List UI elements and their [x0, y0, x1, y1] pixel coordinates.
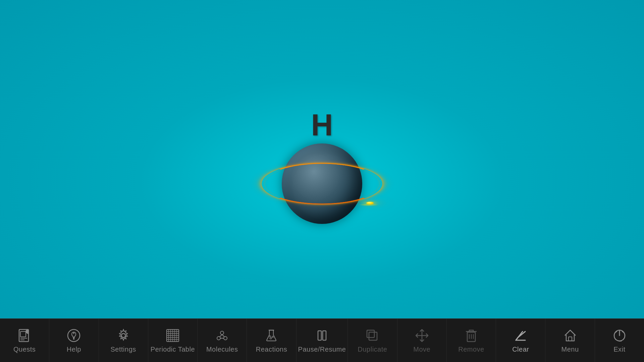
- svg-rect-36: [367, 330, 374, 338]
- clear-icon: [513, 327, 529, 344]
- toolbar-item-remove[interactable]: Remove: [447, 319, 496, 362]
- svg-text:Q: Q: [26, 330, 28, 334]
- svg-rect-35: [369, 332, 377, 340]
- help-icon: [66, 327, 82, 344]
- toolbar-item-reactions[interactable]: Reactions: [247, 319, 296, 362]
- exit-icon: [611, 327, 628, 344]
- settings-icon: [115, 327, 131, 344]
- toolbar-item-settings[interactable]: Settings: [99, 319, 148, 362]
- pause-icon: [314, 327, 330, 344]
- remove-label: Remove: [458, 346, 484, 353]
- svg-line-26: [220, 335, 222, 337]
- orbital-ring: [262, 163, 382, 204]
- toolbar-item-periodic-table[interactable]: Periodic Table: [148, 319, 198, 362]
- svg-point-31: [272, 336, 273, 338]
- periodic-table-label: Periodic Table: [151, 346, 195, 353]
- duplicate-label: Duplicate: [358, 346, 387, 353]
- toolbar-item-exit[interactable]: Exit: [595, 319, 644, 362]
- svg-point-30: [270, 338, 272, 339]
- toolbar-item-help[interactable]: Help: [49, 319, 99, 362]
- svg-rect-1: [20, 331, 26, 337]
- toolbar-item-duplicate[interactable]: Duplicate: [348, 319, 397, 362]
- svg-rect-33: [318, 331, 321, 340]
- toolbar-item-clear[interactable]: Clear: [496, 319, 545, 362]
- move-label: Move: [413, 346, 430, 353]
- duplicate-icon: [364, 327, 380, 344]
- menu-icon: [562, 327, 578, 344]
- toolbar-item-molecules[interactable]: Molecules: [198, 319, 247, 362]
- quests-label: Quests: [13, 346, 36, 353]
- settings-label: Settings: [111, 346, 136, 353]
- svg-point-6: [68, 329, 80, 342]
- svg-rect-45: [569, 337, 572, 341]
- svg-line-27: [222, 335, 224, 337]
- element-symbol: H: [311, 110, 333, 140]
- toolbar-item-menu[interactable]: Menu: [545, 319, 595, 362]
- molecules-label: Molecules: [206, 346, 238, 353]
- pause-resume-label: Pause/Resume: [298, 346, 346, 353]
- periodic-table-icon: [165, 327, 181, 344]
- atom-sphere-wrapper: [275, 137, 369, 231]
- molecules-icon: [214, 327, 230, 344]
- reactions-label: Reactions: [256, 346, 287, 353]
- toolbar-item-quests[interactable]: Q Quests: [0, 319, 49, 362]
- exit-label: Exit: [613, 346, 625, 353]
- toolbar-item-pause-resume[interactable]: Pause/Resume: [297, 319, 348, 362]
- atom-container: H: [255, 103, 389, 237]
- toolbar-item-move[interactable]: Move: [397, 319, 447, 362]
- quests-icon: Q: [16, 327, 33, 344]
- electron-glow: [359, 204, 379, 206]
- svg-point-32: [270, 336, 271, 337]
- help-label: Help: [67, 346, 81, 353]
- menu-label: Menu: [561, 346, 579, 353]
- svg-point-11: [121, 334, 125, 338]
- remove-icon: [463, 327, 479, 344]
- move-icon: [414, 327, 430, 344]
- svg-point-23: [220, 331, 224, 335]
- svg-rect-34: [323, 331, 326, 340]
- clear-label: Clear: [512, 346, 529, 353]
- reactions-icon: [263, 327, 279, 344]
- toolbar: Q Quests Help Settings: [0, 318, 644, 362]
